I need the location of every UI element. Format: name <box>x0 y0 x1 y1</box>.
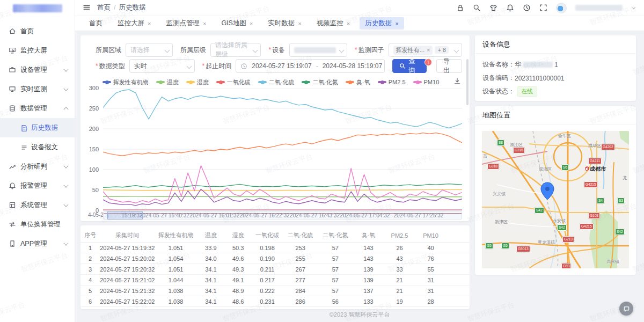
tab-5[interactable]: 视频监控× <box>311 17 355 30</box>
table-row[interactable]: 22024-05-27 15:20:021.05434.049.60.19025… <box>80 253 470 264</box>
col-header-1: 采集时间 <box>100 231 155 239</box>
map-label-1: 金牛区 <box>558 133 571 139</box>
export-button[interactable]: 导出 <box>436 59 462 73</box>
device-label: 设备 <box>268 46 285 55</box>
chevron-up-icon <box>63 107 68 112</box>
cell: 50.3 <box>224 245 252 251</box>
search-button[interactable]: 查询 <box>392 59 427 73</box>
datazoom-slider[interactable]: 15:19:322024-05-27 15:40:322024-05-27 16… <box>103 211 462 219</box>
col-header-7: 二氧-化氮 <box>318 231 353 239</box>
sidebar-item-9[interactable]: 系统管理 <box>0 195 75 215</box>
tab-label: 实时数据 <box>268 19 295 28</box>
line-chart[interactable]: 050100150200250300 <box>88 88 462 210</box>
x-tick-label: 2024-05-27 16:22:32 <box>240 213 290 218</box>
data-type-label: 数据类型 <box>96 62 125 71</box>
bell-icon[interactable] <box>506 4 514 12</box>
legend-item-2[interactable]: 湿度 <box>186 78 209 86</box>
legend-item-8[interactable]: PM10 <box>413 79 440 85</box>
cell: 267 <box>283 266 318 273</box>
user-chevron-down-icon[interactable] <box>631 5 636 11</box>
panel-scrollbar[interactable] <box>466 59 469 105</box>
device-icon <box>9 66 16 74</box>
table-row[interactable]: 52024-05-27 15:21:321.03834.148.90.22228… <box>80 286 470 296</box>
breadcrumb-home[interactable]: 首页 <box>97 4 111 11</box>
x-tick-label: 2024-05-27 17:04:32 <box>340 213 390 218</box>
factor-tag[interactable]: 挥发性有...× <box>393 46 433 55</box>
history-icon <box>20 125 27 131</box>
sidebar-item-1[interactable]: 监控大屏 <box>0 41 75 60</box>
device-info-card: 设备信息 设备名称：华1 设备编码：20231101000001 设备状态：在线 <box>475 35 636 101</box>
device-select[interactable] <box>289 43 347 57</box>
tab-3[interactable]: GIS地图× <box>216 17 258 30</box>
clock-icon[interactable] <box>523 4 531 12</box>
datazoom-window[interactable] <box>107 211 143 219</box>
download-icon[interactable] <box>453 77 461 85</box>
tab-close-icon[interactable]: × <box>298 20 301 27</box>
lock-icon[interactable] <box>456 4 464 12</box>
search-icon[interactable] <box>473 4 481 12</box>
chart-legend: 挥发性有机物温度湿度一氧化碳二氧-化硫二氧-化氮臭-氧PM2.5PM10 <box>93 77 448 87</box>
tab-close-icon[interactable]: × <box>347 20 350 27</box>
legend-label: 挥发性有机物 <box>113 78 149 86</box>
sidebar-item-2[interactable]: 设备管理 <box>0 60 75 79</box>
user-avatar[interactable] <box>556 3 567 13</box>
sidebar-item-5[interactable]: 历史数据 <box>0 118 75 137</box>
table-row[interactable]: 32024-05-27 15:20:321.05134.149.30.21126… <box>80 264 470 275</box>
cell: 0.231 <box>252 298 283 305</box>
cell: 139 <box>353 277 384 283</box>
sidebar-item-10[interactable]: 单位换算管理 <box>0 215 75 234</box>
app-icon <box>9 240 16 247</box>
legend-item-5[interactable]: 二氧-化氮 <box>302 78 338 86</box>
system-icon <box>9 201 16 209</box>
search-icon <box>399 63 406 69</box>
legend-item-7[interactable]: PM2.5 <box>378 79 406 85</box>
x-tick-label: 2024-05-27 15:40:32 <box>140 213 189 218</box>
table-row[interactable]: 12024-05-27 15:19:321.05133.950.30.19825… <box>80 243 470 253</box>
tab-6[interactable]: 历史数据× <box>360 17 404 30</box>
y-tick-label: 100 <box>89 166 99 173</box>
legend-item-1[interactable]: 温度 <box>156 78 179 86</box>
theme-skin-icon[interactable] <box>489 4 497 12</box>
factor-multiselect[interactable]: 挥发性有...× + 8 <box>389 43 462 57</box>
tab-4[interactable]: 实时数据× <box>262 17 306 30</box>
time-range-picker[interactable]: 2024-05-27 15:19:07 - 2024-05-28 15:19:0… <box>236 59 385 73</box>
legend-label: 温度 <box>167 78 179 86</box>
sidebar-item-6[interactable]: 设备报文 <box>0 137 75 157</box>
level-select[interactable]: 请选择所属层级 <box>210 43 261 57</box>
sidebar-item-4[interactable]: 数据管理 <box>0 99 75 118</box>
sidebar-item-8[interactable]: 报警管理 <box>0 176 75 195</box>
region-select[interactable]: 请选择 <box>126 43 173 57</box>
sidebar-item-7[interactable]: 分析研判 <box>0 157 75 176</box>
cell: 0.211 <box>252 266 283 273</box>
tab-close-icon[interactable]: × <box>250 20 253 27</box>
tab-1[interactable]: 监控大屏× <box>112 17 156 30</box>
tab-0[interactable]: 首页 <box>84 17 108 30</box>
tab-close-icon[interactable]: × <box>203 20 206 27</box>
legend-marker <box>346 81 354 83</box>
col-header-8: 臭-氧 <box>353 231 384 239</box>
collapse-menu-icon[interactable] <box>83 4 91 12</box>
legend-item-4[interactable]: 二氧-化硫 <box>258 78 295 86</box>
legend-item-6[interactable]: 臭-氧 <box>346 78 370 86</box>
fullscreen-icon[interactable] <box>539 4 547 12</box>
tag-close-icon[interactable]: × <box>427 47 430 53</box>
sidebar-item-3[interactable]: 实时监测 <box>0 79 75 99</box>
y-tick-label: 250 <box>89 105 99 112</box>
tab-2[interactable]: 监测点管理× <box>160 17 211 30</box>
map[interactable]: 温江区金牛区成华区双流区兴义镇新津区永安镇黄龙溪镇高家镇市龙成都市S8G318G… <box>482 131 629 268</box>
sidebar-item-0[interactable]: 首页 <box>0 21 75 41</box>
data-type-select[interactable]: 实时 <box>129 59 195 73</box>
legend-item-3[interactable]: 一氧化碳 <box>216 78 251 86</box>
legend-item-0[interactable]: 挥发性有机物 <box>103 78 149 86</box>
sidebar-item-label: 监控大屏 <box>20 46 68 55</box>
tab-close-icon[interactable]: × <box>395 20 398 27</box>
tab-close-icon[interactable]: × <box>148 20 151 27</box>
sidebar-item-11[interactable]: APP管理 <box>0 234 75 253</box>
cell: 133 <box>353 298 384 305</box>
table-row[interactable]: 62024-05-27 15:22:021.03834.148.60.23128… <box>80 296 470 307</box>
cell: 2 <box>80 255 100 262</box>
sidebar-item-label: 首页 <box>20 27 68 36</box>
factor-more-tag[interactable]: + 8 <box>435 46 449 54</box>
table-row[interactable]: 42024-05-27 15:21:021.04434.149.10.21727… <box>80 275 470 286</box>
chat-fab-button[interactable] <box>619 302 633 316</box>
